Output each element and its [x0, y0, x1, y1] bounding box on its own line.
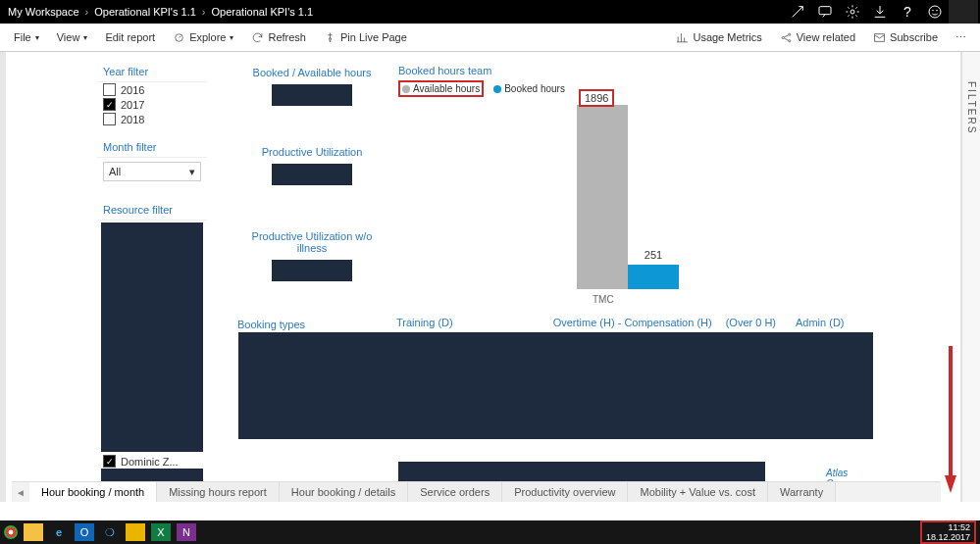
svg-point-1	[851, 10, 854, 14]
month-dropdown[interactable]: All▾	[103, 162, 201, 181]
onenote-icon[interactable]: N	[177, 523, 196, 541]
booked-hours-chart[interactable]: Booked hours team Available hours Booked…	[396, 61, 875, 312]
legend-booked[interactable]: Booked hours	[493, 80, 565, 97]
year-option-2018[interactable]: 2018	[97, 112, 207, 126]
more-icon[interactable]: ⋯	[948, 25, 974, 49]
smiley-icon[interactable]	[921, 0, 949, 24]
edge-icon[interactable]: e	[49, 523, 69, 541]
filters-pane-toggle[interactable]: FILTERS	[961, 52, 980, 502]
edit-report-button[interactable]: Edit report	[97, 25, 163, 49]
svg-marker-11	[945, 475, 956, 493]
file-explorer-icon[interactable]	[24, 523, 43, 541]
svg-point-7	[788, 33, 790, 35]
profile-icon[interactable]	[949, 0, 978, 24]
breadcrumb: My Workspace › Operational KPI's 1.1 › O…	[2, 6, 313, 18]
sub-overtime: Overtime (H) - Compensation (H)	[553, 317, 712, 328]
report-toolbar: File▾ View▾ Edit report Explore▾ Refresh…	[0, 24, 980, 52]
svg-point-4	[937, 10, 938, 11]
resource-option[interactable]: ✓Dominic Z...	[97, 454, 207, 469]
title-bar: My Workspace › Operational KPI's 1.1 › O…	[0, 0, 980, 24]
explore-menu[interactable]: Explore▾	[165, 25, 241, 49]
breadcrumb-page[interactable]: Operational KPI's 1.1	[212, 6, 314, 18]
skype-icon[interactable]: ❍	[100, 523, 120, 541]
month-filter-slicer[interactable]: Month filter All▾	[96, 136, 208, 181]
card-productive-util-wo[interactable]: Productive Utilization w/o illness	[235, 224, 388, 283]
sub-titles: Training (D) Overtime (H) - Compensation…	[396, 317, 845, 328]
tab-mobility[interactable]: Mobility + Value vs. cost	[628, 482, 767, 502]
legend-available[interactable]: Available hours	[398, 80, 484, 97]
slicer-title: Year filter	[97, 62, 207, 82]
redacted-value	[272, 84, 352, 106]
svg-point-8	[788, 39, 790, 41]
chevron-right-icon: ›	[202, 6, 206, 18]
chart-legend: Available hours Booked hours	[396, 80, 875, 97]
slicer-title: Month filter	[97, 137, 207, 158]
tab-productivity[interactable]: Productivity overview	[502, 482, 628, 502]
svg-point-2	[929, 6, 941, 18]
tab-hour-booking-details[interactable]: Hour booking / details	[280, 482, 408, 502]
sub-admin: Admin (D)	[796, 317, 845, 328]
sub-training: Training (D)	[396, 317, 453, 328]
report-page: Year filter 2016 ✓2017 2018 Month filter…	[6, 52, 960, 502]
svg-rect-0	[819, 7, 831, 15]
chrome-icon[interactable]	[4, 525, 18, 539]
help-icon[interactable]: ?	[894, 0, 921, 24]
usage-metrics-button[interactable]: Usage Metrics	[668, 25, 769, 49]
year-option-2016[interactable]: 2016	[97, 82, 207, 97]
chart-area: 1896 251 TMC	[396, 105, 875, 301]
tabs-prev[interactable]: ◄	[12, 487, 29, 498]
sticky-notes-icon[interactable]	[126, 523, 145, 541]
sub-over0: (Over 0 H)	[726, 317, 776, 328]
redacted-value	[272, 260, 352, 281]
annotation-arrow-icon	[945, 346, 956, 493]
subscribe-button[interactable]: Subscribe	[865, 25, 946, 49]
x-axis-label: TMC	[593, 294, 614, 305]
report-canvas: Year filter 2016 ✓2017 2018 Month filter…	[0, 52, 980, 502]
redacted-chart	[238, 332, 873, 439]
svg-point-3	[933, 10, 934, 11]
refresh-button[interactable]: Refresh	[243, 25, 314, 49]
view-menu[interactable]: View▾	[49, 25, 96, 49]
outlook-icon[interactable]: O	[75, 523, 94, 541]
gear-icon[interactable]	[839, 0, 866, 24]
download-icon[interactable]	[866, 0, 894, 24]
svg-rect-9	[875, 33, 885, 41]
redacted-value	[272, 164, 352, 185]
page-tabs: ◄ Hour booking / month Missing hours rep…	[12, 481, 941, 502]
slicer-title: Resource filter	[97, 200, 207, 221]
card-productive-util[interactable]: Productive Utilization	[235, 140, 388, 199]
system-clock[interactable]: 11:5218.12.2017	[920, 520, 976, 544]
excel-icon[interactable]: X	[151, 523, 171, 541]
breadcrumb-workspace[interactable]: My Workspace	[8, 6, 79, 18]
tab-missing-hours[interactable]: Missing hours report	[157, 482, 280, 502]
svg-point-6	[782, 36, 784, 38]
title-bar-actions: ?	[784, 0, 978, 24]
pin-button[interactable]: Pin Live Page	[316, 25, 415, 49]
breadcrumb-report[interactable]: Operational KPI's 1.1	[94, 6, 196, 18]
card-booked-available[interactable]: Booked / Available hours	[235, 61, 388, 120]
chat-icon[interactable]	[811, 0, 839, 24]
bar-label: 1896	[579, 89, 614, 107]
bar-label: 251	[628, 249, 679, 261]
tab-hour-booking-month[interactable]: Hour booking / month	[29, 482, 157, 502]
view-related-button[interactable]: View related	[772, 25, 863, 49]
resource-filter-slicer[interactable]: Resource filter ✓Dominic Z...	[96, 199, 208, 483]
year-filter-slicer[interactable]: Year filter 2016 ✓2017 2018	[96, 61, 208, 129]
bar-available[interactable]: 1896	[577, 105, 628, 289]
tab-service-orders[interactable]: Service orders	[408, 482, 502, 502]
fullscreen-icon[interactable]	[784, 0, 811, 24]
file-menu[interactable]: File▾	[6, 25, 47, 49]
windows-taskbar: e O ❍ X N 11:5218.12.2017	[0, 520, 980, 544]
tab-warranty[interactable]: Warranty	[768, 482, 836, 502]
chart-title: Booked hours team	[396, 61, 875, 80]
redacted-list	[101, 223, 203, 452]
year-option-2017[interactable]: ✓2017	[97, 97, 207, 112]
chevron-right-icon: ›	[85, 6, 89, 18]
bar-booked[interactable]: 251	[628, 265, 679, 289]
